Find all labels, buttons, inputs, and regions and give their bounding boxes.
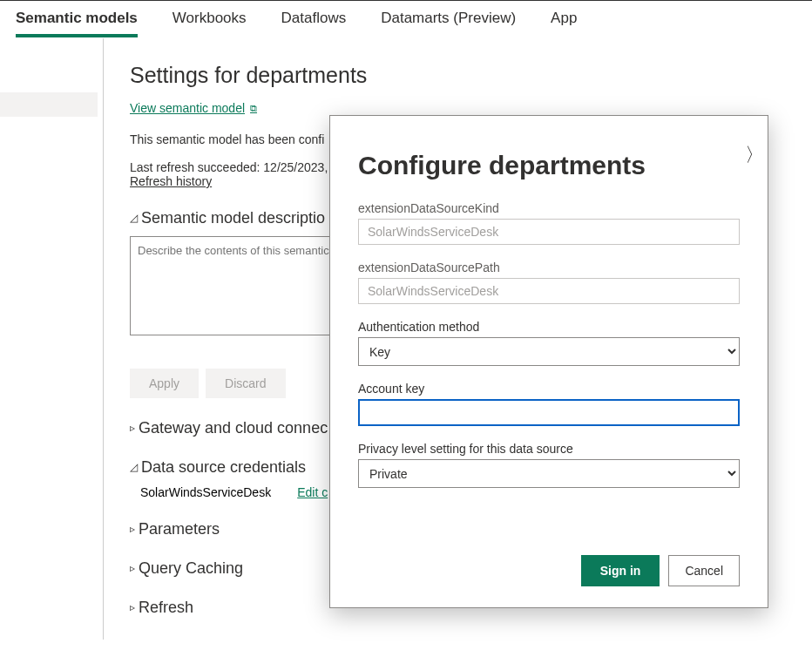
edit-credentials-link[interactable]: Edit c [297,485,328,499]
page-title: Settings for departments [130,63,786,88]
path-input [358,278,740,304]
refresh-history-link[interactable]: Refresh history [130,174,212,188]
kind-label: extensionDataSourceKind [358,201,740,215]
view-link-label: View semantic model [130,101,245,115]
datasource-name: SolarWindsServiceDesk [140,485,271,499]
last-refresh-text: Last refresh succeeded: 12/25/2023, [130,160,328,174]
account-key-input[interactable] [358,399,740,426]
external-link-icon: ⧉ [250,103,257,114]
section-gateway-label: Gateway and cloud connec [139,419,328,437]
tab-semantic-models[interactable]: Semantic models [16,10,138,37]
chevron-collapsed-icon: ▹ [130,523,135,535]
view-semantic-model-link[interactable]: View semantic model ⧉ [130,101,257,115]
sidebar [0,38,103,640]
tab-dataflows[interactable]: Dataflows [281,10,347,37]
privacy-level-select[interactable]: Private [358,459,740,488]
section-credentials-label: Data source credentials [141,458,306,477]
privacy-label: Privacy level setting for this data sour… [358,442,740,456]
kind-input [358,219,740,245]
dialog-title: Configure departments [358,151,740,180]
configure-dialog: 〉 Configure departments extensionDataSou… [329,115,768,608]
key-label: Account key [358,382,740,396]
tab-datamarts[interactable]: Datamarts (Preview) [381,10,516,37]
close-icon[interactable]: 〉 [745,142,764,168]
apply-button[interactable]: Apply [130,369,199,398]
section-description-label: Semantic model descriptio [141,209,325,227]
tab-workbooks[interactable]: Workbooks [173,10,247,37]
chevron-expanded-icon: ◿ [130,212,138,224]
tab-app[interactable]: App [551,10,577,37]
auth-label: Authentication method [358,320,740,334]
section-refresh-label: Refresh [139,599,193,617]
chevron-collapsed-icon: ▹ [130,422,135,434]
discard-button[interactable]: Discard [206,369,285,398]
auth-method-select[interactable]: Key [358,337,740,366]
section-query-caching-label: Query Caching [139,559,243,578]
chevron-collapsed-icon: ▹ [130,562,135,574]
sign-in-button[interactable]: Sign in [581,555,660,586]
section-parameters-label: Parameters [139,520,220,538]
chevron-collapsed-icon: ▹ [130,601,135,613]
tabs-bar: Semantic models Workbooks Dataflows Data… [0,1,812,38]
path-label: extensionDataSourcePath [358,261,740,274]
cancel-button[interactable]: Cancel [668,555,740,586]
chevron-expanded-icon: ◿ [130,461,138,473]
sidebar-item-selected[interactable] [0,92,98,117]
